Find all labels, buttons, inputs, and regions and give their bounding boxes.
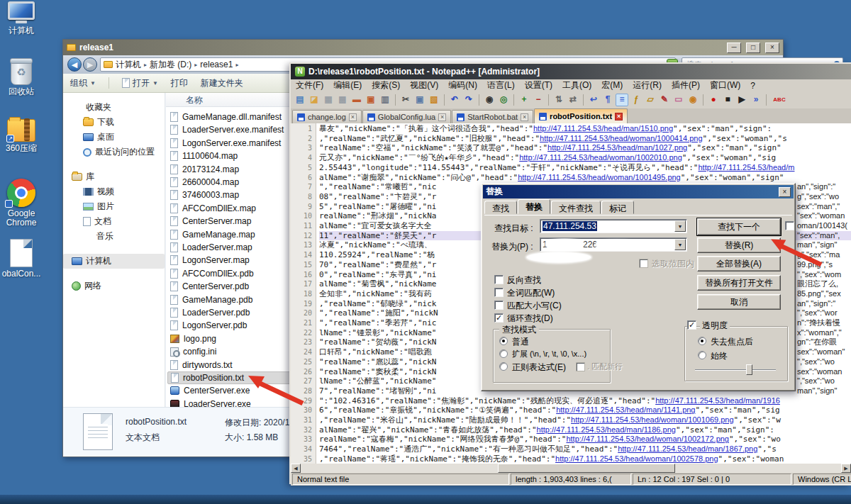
sidebar-item-图片[interactable]: 图片 <box>63 199 165 214</box>
find-what-input[interactable]: 47.111.254.53 ▼ <box>540 219 687 233</box>
desktop-icon-recycle[interactable]: 回收站 <box>0 60 44 96</box>
matches-newline-checkbox[interactable] <box>576 362 585 371</box>
close-all-icon[interactable]: ▣ <box>365 94 377 106</box>
url-link[interactable]: http://47.111.254.53/head/woman/1002010.… <box>519 153 682 162</box>
url-link[interactable]: http://47.111.254.53/head/woman/1001495.… <box>518 173 681 181</box>
open-folder-icon[interactable]: ◪ <box>308 94 321 106</box>
desktop-icon-chrome[interactable]: Google Chrome <box>0 179 44 228</box>
folder-workspace-icon[interactable]: ▭ <box>672 94 685 106</box>
show-all-chars-icon[interactable]: ¶ <box>601 94 614 106</box>
tab-change.log[interactable]: change.log× <box>292 110 362 123</box>
close-tab-icon[interactable]: × <box>349 113 357 121</box>
replace-all-open-docs-button[interactable]: 替换所有打开文件 <box>697 275 781 291</box>
close-button[interactable]: × <box>765 43 779 53</box>
new-folder-button[interactable]: 新建文件夹 <box>201 77 243 89</box>
close-icon[interactable]: ▬ <box>350 94 363 106</box>
tab-GlobalConfig.lua[interactable]: GlobalConfig.lua× <box>362 110 451 123</box>
dropdown-arrow-icon[interactable]: ▼ <box>674 239 686 250</box>
organize-button[interactable]: 组织▼ <box>70 77 96 89</box>
url-link[interactable]: http://47.111.254.53/head/woman/1000414.… <box>540 134 703 142</box>
sidebar-item-视频[interactable]: 视频 <box>63 184 165 199</box>
slider-thumb[interactable] <box>746 364 752 375</box>
always-radio[interactable] <box>698 351 706 359</box>
horizontal-scrollbar[interactable]: ◀ ▶ <box>291 464 851 473</box>
dialog-close-icon[interactable]: × <box>779 187 791 197</box>
dropdown-arrow-icon[interactable]: ▼ <box>674 220 686 232</box>
menu-item[interactable]: ? <box>745 81 760 91</box>
url-link[interactable]: http://47.111.254.53/head/woman/1002172.… <box>566 435 729 443</box>
sync-v-icon[interactable]: ⇅ <box>552 94 565 106</box>
cut-icon[interactable]: ✂ <box>399 94 412 106</box>
paste-icon[interactable]: ▧ <box>428 94 440 106</box>
menu-item[interactable]: 插件(P) <box>667 79 705 91</box>
url-link[interactable]: http://47.111.254.53/head/man/1510.png <box>533 124 673 133</box>
explorer-titlebar[interactable]: release1 ─ □ × <box>63 40 783 55</box>
save-all-icon[interactable]: ▩ <box>336 94 349 106</box>
play-macro-icon[interactable]: ▶ <box>735 94 748 106</box>
new-file-icon[interactable]: ▤ <box>294 94 306 106</box>
find-next-button[interactable]: 查找下一个 <box>697 218 781 235</box>
macro-multi-icon[interactable]: » <box>750 94 762 106</box>
url-link[interactable]: http://47.111.254.53/head/woman/1002578.… <box>555 454 718 463</box>
desktop-icon-computer[interactable]: 计算机 <box>0 1 44 35</box>
breadcrumb-segment[interactable]: 新加卷 (D:) <box>150 59 191 71</box>
menu-item[interactable]: 语言(L) <box>482 79 520 91</box>
word-wrap-icon[interactable]: ↩ <box>587 94 600 106</box>
scrollbar-thumb[interactable] <box>498 464 675 473</box>
zoom-in-icon[interactable]: + <box>518 94 530 106</box>
url-link[interactable]: http://47.111.254.53/head/man/1867.png <box>618 444 757 453</box>
back-button[interactable]: ◀ <box>67 57 82 72</box>
spell-check-icon[interactable]: ABC <box>770 94 789 106</box>
print-icon[interactable]: ▥ <box>379 94 391 106</box>
function-list-icon[interactable]: ƒ <box>630 94 643 106</box>
menu-item[interactable]: 窗口(W) <box>705 79 745 91</box>
redo-icon[interactable]: ↷ <box>462 94 475 106</box>
unlabeled-checkbox[interactable] <box>785 221 794 230</box>
menu-item[interactable]: 编辑(E) <box>328 79 367 91</box>
url-link[interactable]: http://47.111.254.53/head/man/1186.png <box>537 425 676 434</box>
extended-mode-radio[interactable] <box>499 349 508 358</box>
sidebar-item-文档[interactable]: 文档 <box>63 214 165 229</box>
replace-icon[interactable]: ◎ <box>497 94 510 106</box>
doc-map-icon[interactable]: ▱ <box>644 94 657 106</box>
url-link[interactable]: http://47.111.254.53/head/woman/1001069.… <box>571 415 734 424</box>
sidebar-item-下载[interactable]: 下载 <box>63 115 165 130</box>
sidebar-item-收藏夹[interactable]: 收藏夹 <box>63 100 165 115</box>
indent-guide-icon[interactable]: ≡ <box>616 94 628 106</box>
sidebar-item-计算机[interactable]: 计算机 <box>63 254 165 269</box>
find-icon[interactable]: ◉ <box>483 94 496 106</box>
match-case-checkbox[interactable] <box>494 301 504 310</box>
transparency-checkbox[interactable]: ✓ <box>687 320 696 330</box>
stop-macro-icon[interactable]: ■ <box>721 94 734 106</box>
zoom-out-icon[interactable]: − <box>532 94 545 106</box>
preview-icon[interactable]: ◉ <box>686 94 699 106</box>
record-macro-icon[interactable]: ● <box>707 94 720 106</box>
tab-robotPosition.txt[interactable]: robotPosition.txt× <box>534 108 628 123</box>
cancel-button[interactable]: 取消 <box>697 294 781 310</box>
tab-mark[interactable]: 标记 <box>601 201 634 214</box>
url-link[interactable]: http://47.111.254.53/head/man/1916 <box>655 396 780 405</box>
replace-with-input[interactable]: 1 226 ▼ <box>540 237 687 252</box>
menu-item[interactable]: 设置(T) <box>520 79 557 91</box>
menu-item[interactable]: 运行(R) <box>628 79 667 91</box>
open-button[interactable]: 打开▼ <box>122 77 158 89</box>
close-tab-icon[interactable]: × <box>615 113 623 121</box>
normal-mode-radio[interactable] <box>499 337 508 345</box>
minimize-button[interactable]: ─ <box>727 43 741 53</box>
maximize-button[interactable]: □ <box>746 43 760 53</box>
transparency-slider[interactable] <box>695 369 776 371</box>
menu-item[interactable]: 宏(M) <box>596 79 628 91</box>
tab-find[interactable]: 查找 <box>484 201 517 214</box>
breadcrumb-segment[interactable]: release1 <box>200 60 233 69</box>
tab-StartRobot.bat[interactable]: StartRobot.bat× <box>452 110 533 123</box>
desktop-icon-doc[interactable]: obalCon... <box>0 239 44 279</box>
menu-item[interactable]: 工具(O) <box>557 79 596 91</box>
desktop-icon-zip[interactable]: ↗360压缩 <box>0 119 44 153</box>
undo-icon[interactable]: ↶ <box>448 94 461 106</box>
backward-checkbox[interactable] <box>494 275 504 284</box>
wrap-around-checkbox[interactable]: ✓ <box>494 313 504 323</box>
sidebar-item-库[interactable]: 库 <box>63 169 165 184</box>
sidebar-item-最近访问的位置[interactable]: 最近访问的位置 <box>63 145 165 159</box>
dialog-titlebar[interactable]: 替换 × <box>483 185 794 198</box>
on-losing-focus-radio[interactable] <box>698 337 706 345</box>
